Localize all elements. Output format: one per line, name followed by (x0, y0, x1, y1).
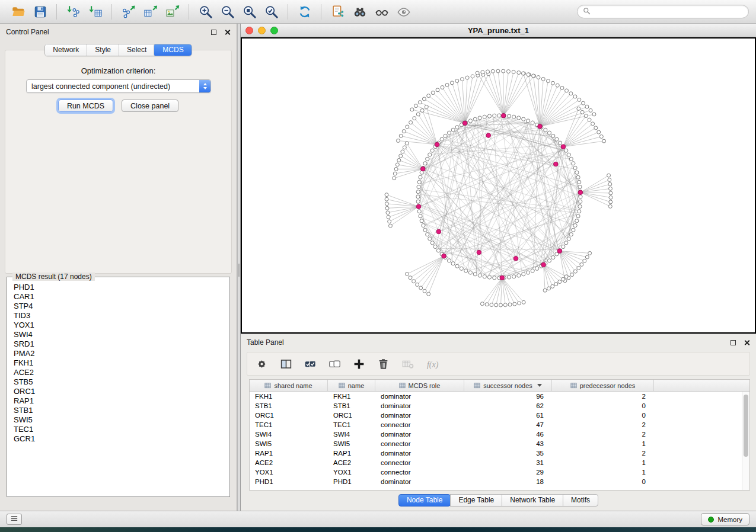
cell-name: ORC1 (328, 412, 375, 419)
zoom-in-button[interactable] (194, 2, 216, 21)
cell-name: PHD1 (328, 478, 375, 485)
cell-successor-nodes: 62 (464, 402, 552, 409)
search-input[interactable] (594, 8, 743, 16)
save-button[interactable] (29, 2, 51, 21)
delete-table-button[interactable] (401, 358, 414, 370)
import-network-button[interactable] (62, 2, 84, 21)
tab-node-table[interactable]: Node Table (398, 494, 451, 507)
result-node-item[interactable]: YOX1 (14, 321, 229, 330)
cell-name: STB1 (328, 402, 375, 409)
result-node-item[interactable]: STB5 (14, 377, 229, 387)
tab-mcds[interactable]: MCDS (154, 44, 192, 56)
result-node-item[interactable]: CAR1 (14, 292, 229, 302)
table-row[interactable]: ACE2ACE2connector311 (250, 458, 742, 467)
export-network-button[interactable] (117, 2, 139, 21)
result-node-item[interactable]: STB1 (14, 406, 229, 415)
export-image-button[interactable] (161, 2, 183, 21)
close-table-panel-icon[interactable] (744, 339, 750, 346)
column-header-predecessor-nodes[interactable]: predecessor nodes (552, 380, 654, 391)
result-node-item[interactable]: TEC1 (14, 425, 229, 434)
function-builder-button[interactable]: f(x) (426, 358, 444, 370)
result-node-item[interactable]: GCR1 (14, 434, 229, 444)
table-row[interactable]: FKH1FKH1dominator962 (250, 392, 742, 401)
column-menu-caret-icon[interactable] (537, 384, 542, 387)
memory-button[interactable]: Memory (701, 513, 749, 525)
unselect-all-button[interactable] (328, 358, 341, 370)
result-node-item[interactable]: SWI5 (14, 415, 229, 425)
column-header-name[interactable]: name (328, 380, 375, 391)
table-row[interactable]: STB1STB1dominator620 (250, 401, 742, 411)
table-scrollbar[interactable] (742, 392, 749, 490)
result-node-item[interactable]: RAP1 (14, 396, 229, 406)
result-node-item[interactable]: FKH1 (14, 358, 229, 368)
table-row[interactable]: TEC1TEC1connector472 (250, 420, 742, 430)
hide-details-button[interactable] (371, 2, 393, 21)
close-panel-button[interactable]: Close panel (122, 100, 178, 112)
result-node-item[interactable]: STP4 (14, 302, 229, 311)
tab-select[interactable]: Select (119, 44, 154, 56)
result-node-item[interactable]: SRD1 (14, 339, 229, 349)
table-row[interactable]: PHD1PHD1dominator180 (250, 477, 742, 486)
result-node-item[interactable]: PHD1 (14, 283, 229, 292)
criterion-selected-value: largest connected component (undirected) (27, 82, 199, 91)
result-node-item[interactable]: ACE2 (14, 368, 229, 377)
settings-gear-button[interactable] (256, 358, 268, 370)
criterion-dropdown[interactable]: largest connected component (undirected) (26, 79, 211, 93)
show-details-button[interactable] (393, 2, 414, 21)
column-grid-icon (264, 382, 271, 389)
network-window: YPA_prune.txt_1 (241, 24, 756, 334)
save-icon (33, 5, 47, 19)
column-header-successor-nodes[interactable]: successor nodes (464, 380, 552, 391)
open-folder-button[interactable] (7, 2, 29, 21)
zoom-out-button[interactable] (216, 2, 238, 21)
zoom-fit-button[interactable] (238, 2, 260, 21)
refresh-button[interactable] (294, 2, 315, 21)
tab-edge-table[interactable]: Edge Table (450, 494, 502, 507)
window-close-dot[interactable] (245, 27, 253, 34)
table-row[interactable]: YOX1YOX1connector291 (250, 467, 742, 477)
network-canvas[interactable] (241, 37, 756, 334)
column-header-shared-name[interactable]: shared name (250, 380, 328, 391)
share-document-button[interactable] (327, 2, 349, 21)
toolbar-group (194, 2, 282, 21)
task-list-button[interactable] (7, 514, 22, 525)
network-title: YPA_prune.txt_1 (468, 26, 529, 35)
tab-motifs[interactable]: Motifs (563, 494, 598, 507)
result-node-item[interactable]: SWI4 (14, 330, 229, 339)
export-table-button[interactable] (139, 2, 161, 21)
tab-network-table[interactable]: Network Table (502, 494, 563, 507)
share-document-icon (331, 5, 345, 19)
cell-shared-name: SWI4 (250, 431, 328, 438)
zoom-selected-button[interactable] (260, 2, 282, 21)
result-node-item[interactable]: ORC1 (14, 387, 229, 396)
add-row-button[interactable] (353, 358, 365, 370)
import-table-button[interactable] (84, 2, 106, 21)
select-all-button[interactable] (304, 358, 317, 370)
zoom-fit-icon (243, 5, 257, 19)
table-row[interactable]: SWI4SWI4dominator462 (250, 430, 742, 439)
float-panel-icon[interactable] (211, 30, 216, 35)
column-header-MCDS-role[interactable]: MCDS role (375, 380, 464, 391)
window-minimize-dot[interactable] (258, 27, 266, 34)
cell-MCDS-role: dominator (375, 450, 464, 457)
float-table-panel-icon[interactable] (731, 340, 736, 345)
table-row[interactable]: SWI5SWI5connector431 (250, 439, 742, 448)
find-button[interactable] (349, 2, 371, 21)
global-search[interactable] (577, 5, 749, 18)
toolbar-button-groups (7, 2, 414, 21)
delete-row-button[interactable] (377, 358, 390, 370)
table-row[interactable]: RAP1RAP1dominator352 (250, 448, 742, 458)
table-row[interactable]: ORC1ORC1dominator610 (250, 411, 742, 420)
scrollbar-thumb[interactable] (744, 395, 748, 457)
show-columns-button[interactable] (280, 358, 292, 370)
tab-network[interactable]: Network (45, 44, 87, 56)
window-maximize-dot[interactable] (270, 27, 278, 34)
close-panel-icon[interactable] (224, 29, 231, 36)
table-body: FKH1FKH1dominator962STB1STB1dominator620… (250, 392, 742, 490)
result-node-item[interactable]: TID3 (14, 311, 229, 321)
tab-style[interactable]: Style (87, 44, 119, 56)
run-mcds-button[interactable]: Run MCDS (58, 100, 113, 112)
column-label: predecessor nodes (580, 382, 636, 389)
result-node-item[interactable]: PMA2 (14, 349, 229, 358)
find-icon (353, 5, 367, 19)
